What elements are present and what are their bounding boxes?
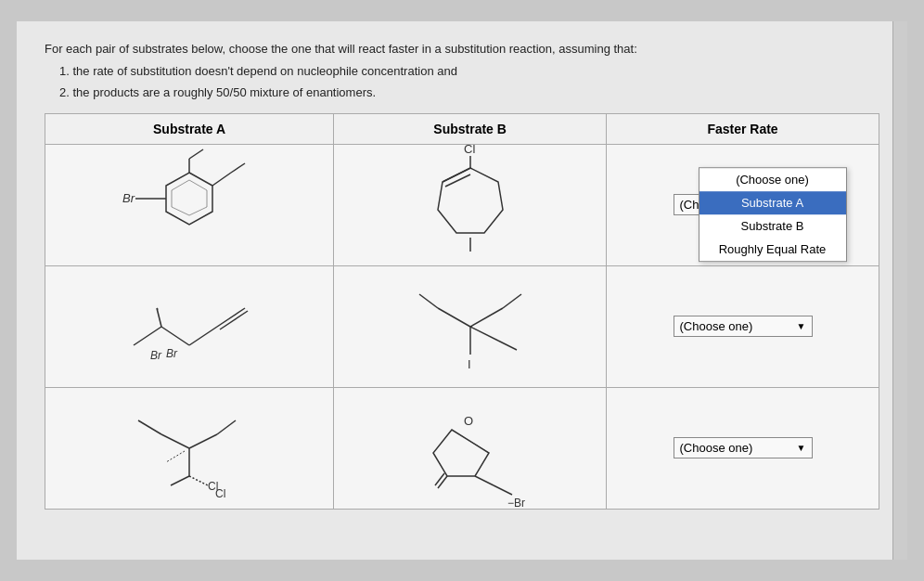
svg-marker-8 — [438, 168, 503, 233]
svg-line-21 — [220, 311, 248, 329]
molecule-a1: Br — [55, 154, 324, 256]
svg-line-6 — [212, 173, 231, 186]
svg-line-47 — [435, 473, 444, 485]
select-row2[interactable]: (Choose one) ▼ — [674, 316, 813, 337]
svg-line-39 — [166, 451, 185, 462]
substrate-b-cell-2: I — [334, 265, 607, 387]
dropdown-option-substrate-a[interactable]: Substrate A — [699, 191, 846, 214]
svg-line-26 — [470, 327, 498, 341]
svg-text:I: I — [468, 357, 471, 371]
faster-rate-cell-1: (Choose one) ▼ (Choose one) Substrate A … — [607, 144, 879, 265]
molecule-a3: Cl Cl — [55, 397, 324, 499]
molecule-a2: Br Br — [55, 276, 324, 378]
header-substrate-b: Substrate B — [334, 113, 607, 144]
select-row3-arrow: ▼ — [797, 443, 806, 453]
svg-text:O: O — [464, 414, 473, 428]
substrate-a-cell-2: Br Br — [45, 265, 334, 387]
svg-line-24 — [470, 308, 503, 327]
svg-line-34 — [217, 420, 236, 434]
svg-line-36 — [171, 476, 189, 485]
svg-line-10 — [445, 174, 470, 187]
dropdown-row1: (Choose one) Substrate A Substrate B Rou… — [699, 167, 847, 262]
scrollbar[interactable] — [892, 21, 907, 560]
table-row: Br — [45, 144, 879, 265]
faster-rate-cell-2: (Choose one) ▼ — [607, 265, 879, 387]
svg-line-14 — [134, 327, 161, 345]
substrate-table: Substrate A Substrate B Faster Rate — [45, 113, 879, 510]
svg-line-33 — [189, 434, 217, 448]
main-container: For each pair of substrates below, choos… — [17, 21, 907, 560]
svg-line-23 — [438, 308, 470, 327]
molecule-b2: I — [343, 276, 597, 378]
svg-line-29 — [503, 294, 521, 308]
instructions: For each pair of substrates below, choos… — [45, 40, 879, 102]
svg-line-16 — [157, 308, 161, 327]
svg-line-31 — [161, 434, 189, 448]
svg-line-28 — [419, 294, 438, 308]
svg-line-43 — [475, 476, 494, 485]
svg-line-9 — [443, 168, 470, 182]
svg-text:−Br: −Br — [507, 497, 525, 510]
svg-line-46 — [438, 476, 447, 488]
table-row: Cl Cl — [45, 387, 879, 509]
svg-text:Br: Br — [122, 191, 135, 205]
dropdown-option-roughly-equal[interactable]: Roughly Equal Rate — [699, 238, 846, 261]
svg-line-5 — [189, 149, 203, 159]
faster-rate-cell-3: (Choose one) ▼ — [607, 387, 879, 509]
molecule-b3: O −Br — [343, 397, 597, 499]
svg-line-41 — [452, 430, 489, 453]
header-faster-rate: Faster Rate — [607, 113, 879, 144]
svg-text:Cl: Cl — [215, 487, 225, 500]
svg-text:Cl: Cl — [464, 142, 475, 156]
dropdown-option-choose[interactable]: (Choose one) — [699, 168, 846, 191]
substrate-b-cell-3: O −Br — [334, 387, 607, 509]
dropdown-option-substrate-b[interactable]: Substrate B — [699, 214, 846, 238]
select-row3[interactable]: (Choose one) ▼ — [674, 437, 813, 458]
svg-line-19 — [189, 327, 217, 345]
svg-line-44 — [494, 485, 512, 495]
select-row2-arrow: ▼ — [797, 321, 806, 331]
svg-line-20 — [217, 308, 245, 327]
svg-line-35 — [138, 420, 161, 434]
substrate-b-cell-1: Cl — [334, 144, 607, 265]
molecule-b1: Cl — [343, 154, 597, 256]
svg-marker-1 — [172, 180, 207, 215]
substrate-a-cell-3: Cl Cl — [45, 387, 334, 509]
substrate-a-cell-1: Br — [45, 144, 334, 265]
svg-text:Br: Br — [150, 349, 162, 362]
svg-line-15 — [161, 327, 189, 345]
header-substrate-a: Substrate A — [45, 113, 334, 144]
rule-1: 1. the rate of substitution doesn't depe… — [59, 62, 879, 81]
intro-text: For each pair of substrates below, choos… — [45, 40, 879, 58]
select-row2-placeholder: (Choose one) — [680, 319, 753, 333]
svg-text:Br: Br — [166, 347, 178, 360]
svg-line-7 — [231, 163, 245, 173]
svg-line-37 — [189, 476, 208, 485]
rule-2: 2. the products are a roughly 50/50 mixt… — [59, 84, 879, 102]
svg-line-30 — [498, 341, 517, 350]
select-row3-placeholder: (Choose one) — [680, 441, 753, 455]
table-row: Br Br — [45, 265, 879, 387]
